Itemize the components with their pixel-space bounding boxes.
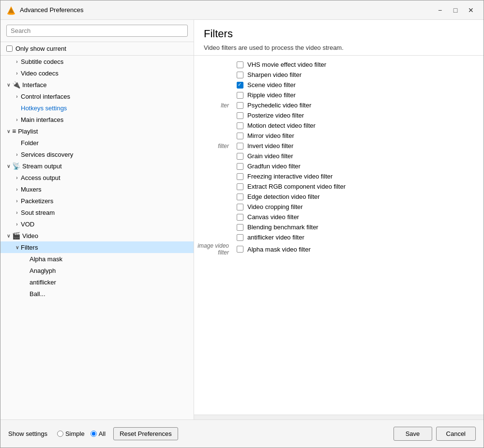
tree-item-muxers[interactable]: ›Muxers [0, 183, 194, 195]
filter-item-freezing[interactable]: Freezing interactive video filter [233, 171, 484, 181]
filter-item-posterize[interactable]: Posterize video filter [233, 110, 484, 120]
tree-item-label-packetizers: Packetizers [21, 197, 53, 205]
tree-item-main-interfaces[interactable]: ›Main interfaces [0, 114, 194, 125]
category-icon-interface: 🔌 [12, 81, 20, 89]
sidebar: Only show current ›Subtitle codecs›Video… [0, 20, 194, 419]
all-radio[interactable] [91, 431, 97, 437]
tree-item-access-output[interactable]: ›Access output [0, 172, 194, 183]
category-icon-video: 🎬 [12, 232, 20, 239]
filter-checkbox-psychedelic[interactable] [237, 102, 243, 109]
filter-checkbox-grain[interactable] [237, 153, 243, 160]
filter-checkbox-alpha-mask-video[interactable] [237, 246, 243, 253]
tree-item-playlist[interactable]: ∨≡Playlist [0, 125, 194, 137]
tree-item-antiflicker[interactable]: antiflicker [0, 276, 194, 288]
filter-item-extract-rgb[interactable]: Extract RGB component video filter [233, 181, 484, 192]
expand-icon-anaglyph [22, 267, 30, 274]
tree-item-label-video-codecs: Video codecs [21, 70, 59, 77]
filter-checkbox-mirror[interactable] [237, 133, 243, 139]
tree-item-label-alpha-mask: Alpha mask [30, 255, 62, 263]
simple-label[interactable]: Simple [65, 430, 85, 437]
filter-item-invert[interactable]: Invert video filter [233, 141, 484, 151]
filter-item-scene[interactable]: Scene video filter [233, 80, 484, 90]
tree-item-label-stream-output: Stream output [22, 163, 62, 170]
expand-icon-antiflicker [22, 278, 30, 286]
tree-item-label-vod: VOD [21, 221, 34, 228]
horizontal-scrollbar[interactable] [194, 415, 484, 419]
tree-item-subtitle-codecs[interactable]: ›Subtitle codecs [0, 56, 194, 67]
minimize-button[interactable]: − [433, 4, 447, 16]
tree-item-label-filters: Filters [21, 244, 38, 251]
filter-checkbox-canvas[interactable] [237, 214, 243, 221]
category-icon-playlist: ≡ [12, 127, 16, 135]
all-label[interactable]: All [99, 430, 106, 437]
tree-item-anaglyph[interactable]: Anaglyph [0, 265, 194, 276]
filter-checkbox-video-cropping[interactable] [237, 204, 243, 210]
cancel-button[interactable]: Cancel [436, 427, 476, 441]
tree-item-control-interfaces[interactable]: ›Control interfaces [0, 90, 194, 102]
tree-item-sout-stream[interactable]: ›Sout stream [0, 207, 194, 218]
tree-item-video-codecs[interactable]: ›Video codecs [0, 67, 194, 79]
filter-item-vhs[interactable]: VHS movie effect video filter [233, 60, 484, 70]
filter-checkbox-extract-rgb[interactable] [237, 183, 243, 190]
save-button[interactable]: Save [393, 427, 432, 441]
filter-item-gradfun[interactable]: Gradfun video filter [233, 161, 484, 171]
filter-item-edge-detection[interactable]: Edge detection video filter [233, 192, 484, 202]
filter-label-psychedelic: Psychedelic video filter [247, 102, 311, 109]
filter-item-mirror[interactable]: Mirror video filter [233, 131, 484, 141]
filter-checkbox-edge-detection[interactable] [237, 194, 243, 200]
filter-row-psychedelic: lterPsychedelic video filter [194, 100, 484, 110]
tree-item-vod[interactable]: ›VOD [0, 218, 194, 230]
filter-item-antiflicker[interactable]: antiflicker video filter [233, 232, 484, 242]
tree-item-hotkeys-settings[interactable]: Hotkeys settings [0, 102, 194, 114]
simple-radio[interactable] [57, 431, 63, 437]
tree-item-label-antiflicker: antiflicker [30, 279, 56, 286]
filter-item-alpha-mask-video[interactable]: Alpha mask video filter [233, 244, 484, 254]
show-settings-label: Show settings [8, 430, 47, 437]
reset-preferences-button[interactable]: Reset Preferences [113, 427, 178, 440]
filter-label-gradfun: Gradfun video filter [247, 163, 301, 170]
filter-item-canvas[interactable]: Canvas video filter [233, 212, 484, 222]
expand-icon-filters: ∨ [13, 243, 21, 251]
filter-checkbox-ripple[interactable] [237, 92, 243, 99]
filter-checkbox-gradfun[interactable] [237, 163, 243, 170]
tree-item-services-discovery[interactable]: ›Services discovery [0, 149, 194, 160]
tree-item-folder[interactable]: Folder [0, 137, 194, 149]
tree-item-packetizers[interactable]: ›Packetizers [0, 195, 194, 207]
close-button[interactable]: ✕ [464, 4, 478, 16]
filter-checkbox-invert[interactable] [237, 143, 243, 149]
filter-item-ripple[interactable]: Ripple video filter [233, 90, 484, 100]
filter-item-grain[interactable]: Grain video filter [233, 151, 484, 161]
filter-section-tag-psychedelic: lter [194, 102, 233, 109]
filter-checkbox-posterize[interactable] [237, 112, 243, 119]
search-input[interactable] [6, 25, 188, 37]
tree-item-alpha-mask[interactable]: Alpha mask [0, 253, 194, 265]
filter-checkbox-antiflicker[interactable] [237, 234, 243, 241]
filter-label-motion-detect: Motion detect video filter [247, 122, 316, 129]
tree-item-label-access-output: Access output [21, 174, 60, 181]
filter-label-alpha-mask-video: Alpha mask video filter [247, 246, 311, 253]
category-icon-stream-output: 📡 [12, 162, 20, 170]
tree-item-interface[interactable]: ∨🔌Interface [0, 79, 194, 90]
filter-item-blending-benchmark[interactable]: Blending benchmark filter [233, 222, 484, 232]
filter-checkbox-motion-detect[interactable] [237, 122, 243, 129]
filter-checkbox-sharpen[interactable] [237, 72, 243, 78]
only-show-current-checkbox[interactable] [6, 45, 13, 52]
maximize-button[interactable]: □ [449, 4, 462, 16]
tree-item-filters[interactable]: ∨Filters [0, 241, 194, 253]
tree-item-stream-output[interactable]: ∨📡Stream output [0, 160, 194, 172]
filter-item-motion-detect[interactable]: Motion detect video filter [233, 120, 484, 131]
filter-item-video-cropping[interactable]: Video cropping filter [233, 202, 484, 212]
expand-icon-packetizers: › [13, 197, 21, 205]
expand-icon-interface: ∨ [4, 81, 12, 89]
tree-item-label-main-interfaces: Main interfaces [21, 116, 63, 123]
filter-label-scene: Scene video filter [247, 81, 296, 89]
filter-checkbox-scene[interactable] [237, 82, 243, 89]
only-show-current-label[interactable]: Only show current [15, 45, 66, 52]
filter-checkbox-blending-benchmark[interactable] [237, 224, 243, 231]
filter-item-psychedelic[interactable]: Psychedelic video filter [233, 100, 484, 110]
filter-checkbox-freezing[interactable] [237, 173, 243, 180]
tree-item-ball[interactable]: Ball... [0, 288, 194, 299]
tree-item-video[interactable]: ∨🎬Video [0, 230, 194, 241]
filter-checkbox-vhs[interactable] [237, 61, 243, 68]
filter-item-sharpen[interactable]: Sharpen video filter [233, 70, 484, 80]
